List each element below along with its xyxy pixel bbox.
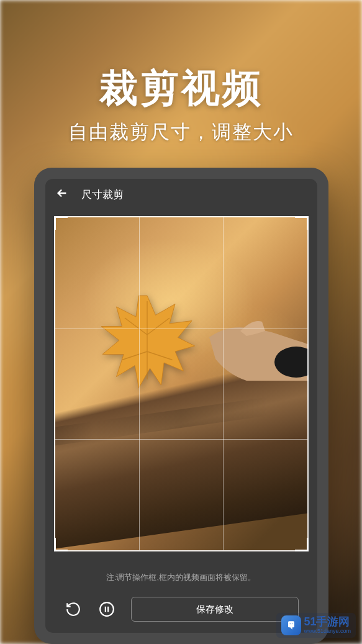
- crop-area[interactable]: [54, 216, 309, 551]
- watermark: 51手游网 www.51danye.com: [276, 613, 356, 638]
- app-header: 尺寸裁剪: [45, 179, 317, 210]
- device-screen: 尺寸裁剪: [45, 179, 317, 633]
- pause-icon[interactable]: [97, 600, 116, 619]
- svg-point-4: [290, 624, 291, 625]
- svg-point-5: [292, 624, 293, 625]
- watermark-brand: 51手游网: [304, 616, 351, 628]
- video-preview: [54, 216, 309, 551]
- watermark-logo-icon: [281, 615, 301, 635]
- save-button[interactable]: 保存修改: [131, 597, 299, 622]
- hero-subtitle: 自由裁剪尺寸，调整大小: [68, 119, 294, 145]
- hero-title: 裁剪视频: [99, 62, 263, 114]
- watermark-url: www.51danye.com: [304, 628, 351, 635]
- hint-text: 注:调节操作框,框内的视频画面将被保留。: [45, 572, 317, 583]
- device-frame: 尺寸裁剪: [34, 168, 328, 644]
- svg-point-1: [100, 602, 114, 616]
- header-title: 尺寸裁剪: [81, 188, 124, 202]
- undo-icon[interactable]: [64, 600, 83, 619]
- back-arrow-icon[interactable]: [55, 186, 69, 202]
